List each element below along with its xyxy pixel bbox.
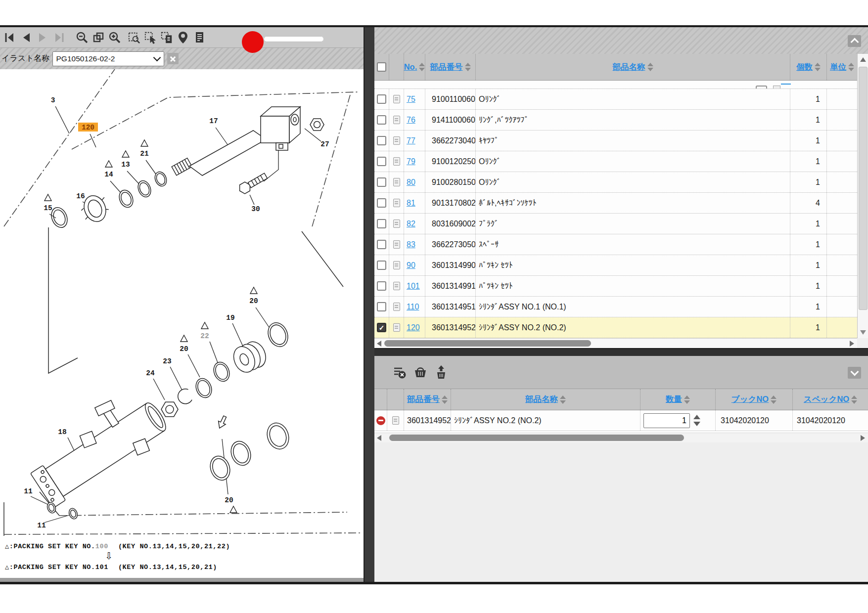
row-checkbox[interactable]	[377, 281, 386, 291]
select-area-icon[interactable]	[144, 30, 157, 45]
column-header-spec-no[interactable]: スペックNO	[804, 394, 849, 405]
zoom-to-area-icon[interactable]	[128, 30, 140, 45]
scroll-down-arrow-icon[interactable]	[860, 330, 866, 335]
row-checkbox[interactable]	[377, 94, 386, 104]
row-checkbox[interactable]	[377, 219, 386, 228]
detail-icon[interactable]	[393, 219, 400, 228]
fit-to-window-icon[interactable]	[92, 30, 105, 45]
row-checkbox[interactable]	[377, 157, 386, 166]
selection-horizontal-scrollbar[interactable]	[374, 433, 868, 442]
row-checkbox[interactable]	[377, 240, 386, 249]
svg-text:120: 120	[82, 124, 94, 131]
scroll-left-arrow-icon[interactable]	[377, 435, 381, 441]
part-no-link[interactable]: 76	[407, 116, 415, 125]
show-notes-icon[interactable]	[193, 30, 206, 45]
clear-selection-icon[interactable]	[392, 365, 407, 380]
row-checkbox[interactable]	[377, 198, 386, 208]
part-no-link[interactable]: 120	[407, 323, 420, 332]
sort-icon[interactable]	[848, 63, 854, 71]
illustration-select[interactable]: PG1050126-02-2	[52, 51, 164, 66]
sort-icon[interactable]	[419, 63, 425, 71]
add-to-basket-icon[interactable]	[413, 365, 428, 380]
detail-icon[interactable]	[393, 136, 400, 145]
part-no-link[interactable]: 77	[407, 136, 415, 145]
remove-item-icon[interactable]	[376, 416, 385, 425]
collapse-up-button[interactable]	[848, 35, 861, 47]
row-checkbox[interactable]	[377, 115, 386, 125]
vertical-scroll-thumb[interactable]	[859, 67, 868, 310]
column-header-quantity[interactable]: 個数	[796, 62, 813, 73]
zoom-out-icon[interactable]	[76, 30, 89, 45]
column-header-part-number[interactable]: 部品番号	[430, 62, 463, 73]
row-checkbox[interactable]	[377, 323, 386, 332]
detail-icon[interactable]	[392, 416, 399, 425]
column-header-quantity[interactable]: 数量	[666, 394, 682, 405]
column-header-part-number[interactable]: 部品番号	[407, 394, 440, 405]
column-header-part-name[interactable]: 部品名称	[525, 394, 558, 405]
scroll-right-arrow-icon[interactable]	[861, 435, 865, 441]
quantity-input[interactable]	[643, 413, 690, 428]
detail-icon[interactable]	[393, 240, 400, 249]
panel-horizontal-splitter[interactable]	[374, 348, 868, 356]
part-no-link[interactable]: 83	[407, 240, 415, 249]
zoom-slider-knob[interactable]	[242, 31, 264, 53]
part-no-link[interactable]: 75	[407, 95, 415, 104]
scroll-left-arrow-icon[interactable]	[377, 341, 381, 347]
part-no-link[interactable]: 101	[407, 282, 420, 291]
horizontal-scroll-thumb[interactable]	[384, 340, 591, 347]
scroll-up-arrow-icon[interactable]	[860, 57, 866, 62]
detail-icon[interactable]	[393, 261, 400, 269]
sort-icon[interactable]	[647, 63, 653, 71]
scroll-right-arrow-icon[interactable]	[850, 341, 854, 347]
detail-icon[interactable]	[393, 323, 400, 332]
part-no-link[interactable]: 110	[407, 303, 419, 311]
sort-icon[interactable]	[815, 63, 821, 71]
part-no-link[interactable]: 90	[407, 261, 415, 270]
row-checkbox[interactable]	[377, 302, 386, 311]
diagram-callout-120[interactable]: 120	[78, 123, 98, 131]
detail-icon[interactable]	[393, 95, 400, 103]
row-checkbox[interactable]	[377, 136, 386, 145]
diagram-horizontal-scrollbar[interactable]	[0, 578, 364, 582]
part-no-link[interactable]: 79	[407, 157, 415, 166]
column-header-book-no[interactable]: ブックNO	[731, 394, 769, 405]
previous-page-icon[interactable]	[20, 30, 33, 45]
last-page-icon[interactable]	[52, 30, 65, 45]
sort-icon[interactable]	[684, 395, 690, 404]
parts-table-horizontal-scrollbar[interactable]	[374, 338, 857, 348]
select-all-checkbox[interactable]	[377, 62, 386, 72]
row-checkbox[interactable]	[377, 177, 386, 187]
part-no-link[interactable]: 82	[407, 219, 415, 228]
row-checkbox[interactable]	[377, 261, 386, 270]
detail-icon[interactable]	[393, 178, 400, 186]
sort-icon[interactable]	[771, 395, 777, 404]
panel-splitter[interactable]	[364, 27, 374, 582]
first-page-icon[interactable]	[3, 30, 16, 45]
spinner-up-icon[interactable]	[693, 415, 700, 419]
column-header-no[interactable]: No.	[404, 62, 417, 72]
part-no-link[interactable]: 81	[407, 199, 415, 208]
collapse-down-button[interactable]	[848, 367, 861, 379]
detail-icon[interactable]	[393, 157, 400, 166]
column-header-unit[interactable]: 単位	[830, 62, 846, 73]
parts-table-vertical-scrollbar[interactable]	[857, 54, 868, 338]
sort-icon[interactable]	[442, 395, 448, 404]
pin-part-icon[interactable]	[177, 30, 189, 45]
detail-icon[interactable]	[393, 303, 400, 311]
sort-icon[interactable]	[851, 395, 857, 404]
sort-icon[interactable]	[465, 63, 471, 71]
horizontal-scroll-thumb[interactable]	[389, 435, 684, 441]
zoom-slider-track[interactable]	[264, 36, 324, 42]
detail-icon[interactable]	[393, 116, 400, 124]
part-no-link[interactable]: 80	[407, 178, 415, 187]
detail-icon[interactable]	[393, 282, 400, 290]
close-illustration-button[interactable]	[167, 53, 179, 64]
detail-icon[interactable]	[393, 199, 400, 207]
copy-illustration-icon[interactable]	[160, 30, 173, 45]
next-page-icon[interactable]	[36, 30, 49, 45]
sort-icon[interactable]	[560, 395, 566, 404]
column-header-part-name[interactable]: 部品名称	[613, 62, 645, 73]
zoom-in-icon[interactable]	[108, 30, 121, 45]
export-basket-icon[interactable]	[434, 365, 449, 380]
spinner-down-icon[interactable]	[693, 422, 700, 426]
